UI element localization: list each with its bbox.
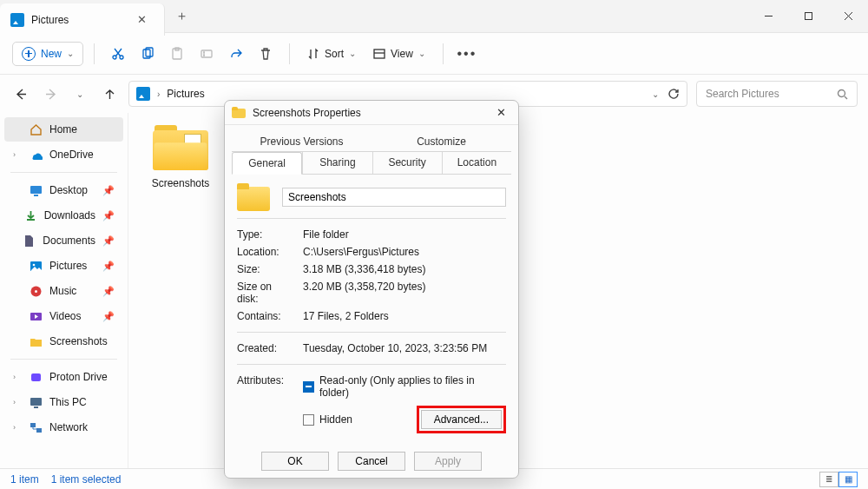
cloud-icon <box>29 148 43 162</box>
view-icon <box>373 48 385 60</box>
checkbox-hidden[interactable] <box>303 414 314 426</box>
rename-icon[interactable] <box>194 41 220 67</box>
advanced-highlight: Advanced... <box>417 406 506 433</box>
label-disk: Size on disk: <box>237 281 294 305</box>
folder-name-field[interactable] <box>282 188 506 207</box>
hidden-checkbox-row[interactable]: Hidden <box>303 413 352 426</box>
tab-pictures[interactable]: Pictures ✕ <box>0 3 165 36</box>
tab-title: Pictures <box>31 14 69 26</box>
ok-button[interactable]: OK <box>261 452 329 471</box>
view-list-button[interactable]: ≣ <box>819 472 838 487</box>
nav-screenshots[interactable]: Screenshots <box>4 329 123 354</box>
label-location: Location: <box>237 246 294 258</box>
nav-videos[interactable]: Videos📌 <box>4 304 123 328</box>
label-created: Created: <box>237 342 294 354</box>
tab-close-icon[interactable]: ✕ <box>132 11 152 28</box>
drive-icon <box>29 370 43 384</box>
tab-sharing[interactable]: Sharing <box>302 152 372 174</box>
svg-rect-1 <box>805 13 812 20</box>
nav-pane: Home ›OneDrive Desktop📌 Downloads📌 Docum… <box>0 113 128 468</box>
minimize-button[interactable] <box>748 0 788 32</box>
refresh-icon[interactable] <box>667 88 680 100</box>
status-count: 1 item <box>10 473 39 486</box>
view-button[interactable]: View ⌄ <box>366 43 432 64</box>
search-placeholder: Search Pictures <box>706 88 779 100</box>
maximize-button[interactable] <box>788 0 828 32</box>
svg-point-13 <box>838 89 845 96</box>
pictures-icon <box>136 87 150 101</box>
tab-general[interactable]: General <box>232 152 302 175</box>
search-icon <box>837 89 848 100</box>
download-icon <box>24 208 37 222</box>
nav-home[interactable]: Home <box>4 117 123 142</box>
chevron-down-icon[interactable]: ⌄ <box>652 89 659 99</box>
home-icon <box>29 122 43 136</box>
svg-line-14 <box>845 96 847 99</box>
search-input[interactable]: Search Pictures <box>696 81 858 107</box>
document-icon <box>23 234 36 248</box>
delete-icon[interactable] <box>253 41 279 67</box>
sort-icon <box>307 48 319 60</box>
sort-button[interactable]: Sort ⌄ <box>300 43 363 64</box>
folder-icon <box>237 183 270 211</box>
readonly-checkbox-row[interactable]: Read-only (Only applies to files in fold… <box>303 374 506 399</box>
copy-icon[interactable] <box>135 41 161 67</box>
dialog-title: Screenshots Properties <box>253 107 361 119</box>
pin-icon: 📌 <box>102 235 115 247</box>
view-icons-button[interactable]: ▦ <box>838 472 858 487</box>
svg-rect-22 <box>31 373 41 381</box>
nav-pictures[interactable]: Pictures📌 <box>4 254 123 278</box>
value-size: 3.18 MB (3,336,418 bytes) <box>303 263 506 275</box>
paste-icon[interactable] <box>164 41 190 67</box>
nav-desktop[interactable]: Desktop📌 <box>4 178 123 202</box>
nav-music[interactable]: Music📌 <box>4 279 123 303</box>
new-button[interactable]: New ⌄ <box>12 42 83 66</box>
cut-icon[interactable] <box>105 41 131 67</box>
titlebar: Pictures ✕ ＋ <box>0 0 868 33</box>
more-button[interactable]: ••• <box>454 41 480 67</box>
nav-thispc[interactable]: ›This PC <box>4 390 123 414</box>
up-button[interactable] <box>99 83 120 104</box>
cancel-button[interactable]: Cancel <box>338 452 405 471</box>
item-screenshots[interactable]: Screenshots <box>144 125 217 189</box>
plus-circle-icon <box>22 47 36 61</box>
apply-button[interactable]: Apply <box>414 452 482 471</box>
new-label: New <box>41 48 62 60</box>
dialog-tabs-row1: General Sharing Security Location <box>232 152 511 175</box>
item-caption: Screenshots <box>144 177 217 189</box>
breadcrumb[interactable]: Pictures <box>167 88 204 100</box>
close-button[interactable] <box>828 0 868 32</box>
nav-onedrive[interactable]: ›OneDrive <box>4 142 123 167</box>
music-icon <box>29 284 43 298</box>
dialog-close-button[interactable]: ✕ <box>491 104 511 121</box>
tab-previous-versions[interactable]: Previous Versions <box>232 132 372 151</box>
new-tab-button[interactable]: ＋ <box>165 0 198 32</box>
video-icon <box>29 309 43 323</box>
pin-icon: 📌 <box>102 286 115 297</box>
share-icon[interactable] <box>223 41 249 67</box>
svg-point-4 <box>113 56 116 59</box>
pin-icon: 📌 <box>102 210 115 221</box>
value-contains: 17 Files, 2 Folders <box>303 310 506 322</box>
value-type: File folder <box>303 228 506 241</box>
svg-rect-15 <box>30 186 42 194</box>
folder-icon <box>232 107 246 118</box>
tab-security[interactable]: Security <box>372 152 442 174</box>
nav-network[interactable]: ›Network <box>4 415 123 439</box>
nav-downloads[interactable]: Downloads📌 <box>4 203 123 228</box>
properties-dialog: Screenshots Properties ✕ Previous Versio… <box>224 100 519 479</box>
nav-documents[interactable]: Documents📌 <box>4 228 123 253</box>
advanced-button[interactable]: Advanced... <box>421 410 502 429</box>
tab-location[interactable]: Location <box>442 152 511 174</box>
recent-button[interactable]: ⌄ <box>69 83 90 104</box>
network-icon <box>29 420 43 434</box>
nav-proton[interactable]: ›Proton Drive <box>4 365 123 389</box>
checkbox-readonly[interactable] <box>303 381 314 393</box>
label-contains: Contains: <box>237 310 294 322</box>
tab-customize[interactable]: Customize <box>372 132 511 151</box>
back-button[interactable] <box>10 83 31 104</box>
view-label: View <box>391 48 413 60</box>
dialog-titlebar[interactable]: Screenshots Properties ✕ <box>225 101 518 125</box>
chevron-down-icon: ⌄ <box>349 49 356 58</box>
forward-button[interactable] <box>40 83 61 104</box>
